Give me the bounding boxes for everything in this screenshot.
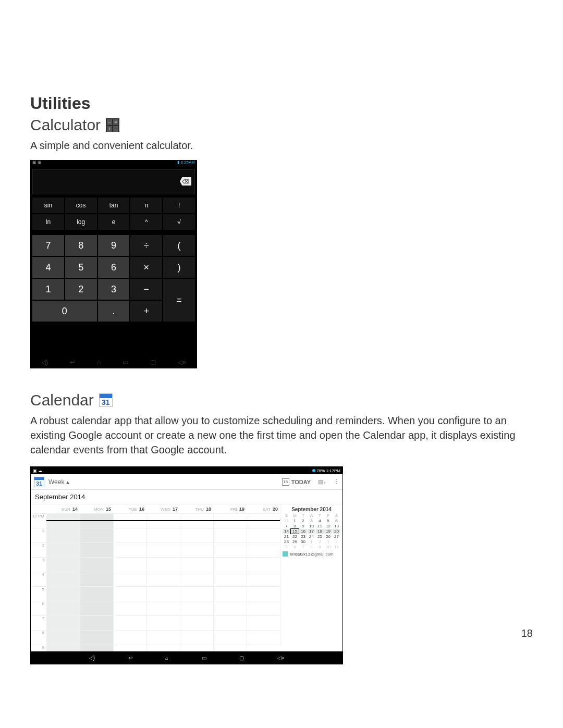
mini-day-cell[interactable]: 8	[308, 545, 315, 549]
sci-key-log[interactable]: log	[65, 214, 97, 230]
calendar-toolbar-icon[interactable]: 31	[34, 477, 44, 487]
key-2[interactable]: 2	[65, 279, 97, 300]
day-column[interactable]	[180, 514, 213, 660]
mini-day-cell[interactable]: 6	[333, 519, 340, 523]
overflow-menu-icon[interactable]: ⋮	[334, 478, 339, 485]
key-plus[interactable]: +	[130, 301, 162, 322]
mini-day-cell[interactable]: 3	[324, 539, 332, 544]
recents-icon[interactable]: ▭	[202, 655, 206, 661]
apps-icon[interactable]: ▢	[239, 655, 244, 661]
day-header[interactable]: WED 17	[146, 507, 180, 512]
mini-day-cell[interactable]: 5	[283, 545, 290, 549]
mini-day-cell[interactable]: 23	[299, 534, 307, 539]
new-event-icon[interactable]: ▤₊	[318, 478, 326, 485]
mini-day-cell[interactable]: 14	[283, 529, 290, 534]
day-column[interactable]	[247, 514, 280, 660]
today-button[interactable]: 15 TODAY	[282, 478, 311, 486]
sci-key-π[interactable]: π	[130, 198, 162, 213]
mini-day-cell[interactable]: 18	[316, 529, 324, 534]
mini-day-cell[interactable]: 2	[299, 519, 307, 523]
home-icon[interactable]: ⌂	[165, 655, 168, 661]
mini-day-cell[interactable]: 9	[299, 524, 307, 528]
sci-key-ln[interactable]: ln	[32, 214, 64, 230]
key-6[interactable]: 6	[98, 257, 130, 278]
mini-day-cell[interactable]: 10	[324, 545, 332, 549]
recents-icon[interactable]: ▭	[123, 359, 128, 366]
day-header[interactable]: THU 18	[180, 507, 213, 512]
back-icon[interactable]: ↩	[128, 655, 132, 661]
mini-day-cell[interactable]: 27	[333, 534, 340, 539]
calendar-account[interactable]: tmtest2k13@gmail.com	[283, 551, 340, 557]
mini-day-cell[interactable]: 1	[291, 519, 299, 523]
key-rparen[interactable]: )	[163, 257, 195, 278]
backspace-button[interactable]: ⌫	[180, 177, 191, 186]
volume-icon-2[interactable]: ◁»	[277, 655, 285, 661]
volume-icon[interactable]: ◁)	[89, 655, 95, 661]
key-4[interactable]: 4	[32, 257, 64, 278]
day-header[interactable]: MON 15	[80, 507, 113, 512]
mini-day-cell[interactable]: 25	[316, 534, 324, 539]
mini-day-cell[interactable]: 11	[333, 545, 340, 549]
volume-icon-2[interactable]: ◁»	[178, 359, 186, 366]
mini-day-cell[interactable]: 5	[324, 519, 332, 523]
key-9[interactable]: 9	[98, 235, 130, 256]
day-header[interactable]: SUN 14	[46, 507, 80, 512]
mini-day-cell[interactable]: 12	[324, 524, 332, 528]
mini-day-cell[interactable]: 24	[308, 534, 315, 539]
sci-key-√[interactable]: √	[163, 214, 195, 230]
mini-day-cell[interactable]: 7	[283, 524, 290, 528]
key-lparen[interactable]: (	[163, 235, 195, 256]
mini-day-cell[interactable]: 28	[283, 539, 290, 544]
calculator-display[interactable]: ⌫	[32, 169, 195, 194]
key-7[interactable]: 7	[32, 235, 64, 256]
sci-key-e[interactable]: e	[98, 214, 130, 230]
key-0[interactable]: 0	[32, 301, 97, 322]
day-column[interactable]	[46, 514, 80, 660]
key-3[interactable]: 3	[98, 279, 130, 300]
day-header[interactable]: FRI 19	[213, 507, 247, 512]
key-1[interactable]: 1	[32, 279, 64, 300]
mini-day-cell[interactable]: 8	[291, 524, 299, 528]
back-icon[interactable]: ↩	[70, 359, 75, 366]
mini-day-cell[interactable]: 3	[308, 519, 315, 523]
mini-day-cell[interactable]: 11	[316, 524, 324, 528]
mini-day-cell[interactable]: 10	[308, 524, 315, 528]
mini-day-cell[interactable]: 21	[283, 534, 290, 539]
mini-day-cell[interactable]: 7	[299, 545, 307, 549]
key-dot[interactable]: .	[98, 301, 130, 322]
sci-key-![interactable]: !	[163, 198, 195, 213]
day-header[interactable]: SAT 20	[247, 507, 280, 512]
key-5[interactable]: 5	[65, 257, 97, 278]
day-column[interactable]	[146, 514, 180, 660]
key-minus[interactable]: −	[130, 279, 162, 300]
key-equals[interactable]: =	[163, 279, 195, 322]
day-column[interactable]	[113, 514, 146, 660]
mini-day-cell[interactable]: 29	[291, 539, 299, 544]
mini-day-cell[interactable]: 4	[316, 519, 324, 523]
mini-day-cell[interactable]: 13	[333, 524, 340, 528]
home-icon[interactable]: ⌂	[97, 359, 101, 366]
sci-key-cos[interactable]: cos	[65, 198, 97, 213]
mini-day-cell[interactable]: 9	[316, 545, 324, 549]
day-column[interactable]	[213, 514, 247, 660]
mini-day-cell[interactable]: 16	[299, 529, 307, 534]
mini-day-cell[interactable]: 2	[316, 539, 324, 544]
mini-day-cell[interactable]: 31	[283, 519, 290, 523]
mini-day-cell[interactable]: 22	[291, 534, 299, 539]
mini-day-cell[interactable]: 30	[299, 539, 307, 544]
day-column[interactable]	[80, 514, 113, 660]
sci-key-^[interactable]: ^	[130, 214, 162, 230]
mini-day-cell[interactable]: 4	[333, 539, 340, 544]
day-header[interactable]: TUE 16	[113, 507, 146, 512]
sci-key-tan[interactable]: tan	[98, 198, 130, 213]
volume-icon[interactable]: ◁)	[41, 359, 48, 366]
mini-day-cell[interactable]: 19	[324, 529, 332, 534]
sci-key-sin[interactable]: sin	[32, 198, 64, 213]
key-divide[interactable]: ÷	[130, 235, 162, 256]
mini-day-cell[interactable]: 15	[291, 529, 299, 534]
mini-day-cell[interactable]: 17	[308, 529, 315, 534]
mini-day-cell[interactable]: 6	[291, 545, 299, 549]
key-multiply[interactable]: ×	[130, 257, 162, 278]
view-selector[interactable]: Week ▴	[48, 478, 69, 486]
key-8[interactable]: 8	[65, 235, 97, 256]
